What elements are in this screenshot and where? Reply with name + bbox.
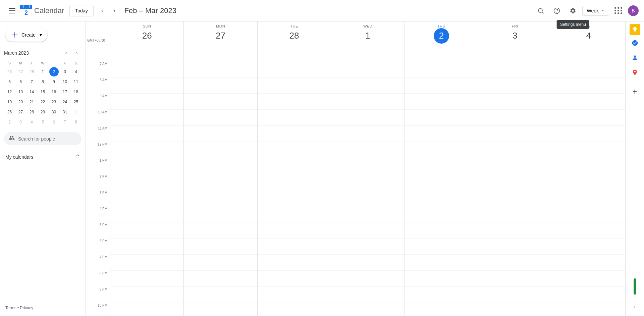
collapse-calendars-icon[interactable]: ⌃ (75, 153, 80, 161)
mini-cal-day[interactable]: 5 (5, 77, 14, 87)
time-slot: 12 PM (86, 142, 107, 158)
mini-cal-day[interactable]: 12 (5, 87, 14, 97)
mini-cal-day[interactable]: 14 (27, 87, 37, 97)
date-range-label: Feb – Mar 2023 (124, 6, 176, 15)
mini-cal-day[interactable]: 7 (60, 117, 70, 127)
mini-cal-day[interactable]: 2 (5, 117, 14, 127)
help-button[interactable] (550, 4, 564, 17)
cal-day-col[interactable] (183, 45, 257, 316)
mini-cal-day[interactable]: 3 (16, 117, 25, 127)
maps-icon-button[interactable] (628, 66, 642, 79)
nav-arrows: ‹ › (96, 5, 120, 17)
today-button[interactable]: Today (69, 5, 93, 16)
mini-cal-day[interactable]: 6 (16, 77, 25, 87)
apps-grid-icon (614, 7, 623, 14)
cal-day-col[interactable] (331, 45, 404, 316)
create-plus-icon (11, 31, 19, 39)
mini-cal-day[interactable]: 26 (5, 107, 14, 117)
mini-cal-day[interactable]: 9 (49, 77, 59, 87)
mini-cal-day[interactable]: 11 (71, 77, 81, 87)
right-sidebar-divider (631, 82, 639, 82)
time-slot: 1 PM (86, 158, 107, 174)
create-button[interactable]: Create ▾ (5, 28, 47, 42)
svg-point-17 (557, 12, 557, 12)
mini-cal-day[interactable]: 2 (49, 67, 59, 76)
cal-day-col[interactable] (478, 45, 551, 316)
mini-cal-day[interactable]: 10 (60, 77, 70, 87)
mini-cal-day[interactable]: 27 (16, 107, 25, 117)
mini-cal-day[interactable]: 17 (60, 87, 70, 97)
contacts-icon-button[interactable] (628, 51, 642, 64)
keep-icon-button[interactable] (630, 24, 640, 35)
cal-body[interactable]: 7 AM8 AM9 AM10 AM11 AM12 PM1 PM2 PM3 PM4… (86, 45, 625, 316)
cal-day-col[interactable] (552, 45, 625, 316)
mini-cal-day[interactable]: 28 (27, 107, 37, 117)
mini-cal-day[interactable]: 22 (38, 97, 48, 107)
weekday-wed: W (37, 60, 48, 66)
settings-button[interactable] (566, 4, 580, 17)
mini-cal-day[interactable]: 20 (16, 97, 25, 107)
sidebar-footer: Terms • Privacy (0, 302, 86, 313)
mini-cal-next-button[interactable]: › (72, 48, 82, 58)
mini-cal-day[interactable]: 13 (16, 87, 25, 97)
search-people-icon (9, 135, 15, 143)
mini-cal-day[interactable]: 16 (49, 87, 59, 97)
cal-day-col[interactable] (405, 45, 478, 316)
cal-day-col[interactable] (110, 45, 183, 316)
mini-cal-day[interactable]: 7 (27, 77, 37, 87)
hamburger-menu-button[interactable] (5, 4, 19, 17)
mini-cal-day[interactable]: 18 (71, 87, 81, 97)
weekday-sat: S (70, 60, 82, 66)
mini-cal-day[interactable]: 4 (27, 117, 37, 127)
user-avatar[interactable]: B (628, 5, 639, 16)
mini-cal-day[interactable]: 8 (38, 77, 48, 87)
right-sidebar: + › (625, 21, 644, 316)
mini-cal-day[interactable]: 21 (27, 97, 37, 107)
search-people-input[interactable]: Search for people (4, 132, 82, 145)
mini-cal-nav: ‹ › (61, 48, 82, 58)
my-calendars-section: My calendars ⌃ (0, 148, 86, 166)
next-week-button[interactable]: › (108, 5, 120, 17)
expand-sidebar-button[interactable]: › (628, 300, 642, 313)
mini-cal-day[interactable]: 30 (49, 107, 59, 117)
mini-cal-day[interactable]: 19 (5, 97, 14, 107)
mini-cal-day[interactable]: 15 (38, 87, 48, 97)
terms-privacy-label[interactable]: Terms • Privacy (5, 306, 33, 310)
mini-cal-day[interactable]: 27 (16, 67, 25, 76)
time-slot: 11 AM (86, 126, 107, 142)
mini-cal-days: 2627281234567891011121314151617181920212… (4, 67, 82, 127)
cal-header-sat: SAT 4 (552, 21, 625, 45)
weekday-tue: T (26, 60, 37, 66)
mini-cal-prev-button[interactable]: ‹ (61, 48, 71, 58)
mini-cal-day[interactable]: 1 (38, 67, 48, 76)
mini-cal-day[interactable]: 23 (49, 97, 59, 107)
mini-cal-day[interactable]: 26 (5, 67, 14, 76)
mini-cal-day[interactable]: 8 (71, 117, 81, 127)
mini-cal-day[interactable]: 31 (60, 107, 70, 117)
my-calendars-header[interactable]: My calendars ⌃ (0, 151, 86, 163)
mini-cal-day[interactable]: 3 (60, 67, 70, 76)
header-actions: Settings menu Week B (534, 4, 639, 17)
mini-cal-day[interactable]: 25 (71, 97, 81, 107)
mini-cal-day[interactable]: 24 (60, 97, 70, 107)
mini-cal-day[interactable]: 1 (71, 107, 81, 117)
right-add-button[interactable]: + (628, 85, 642, 98)
view-selector-button[interactable]: Week (582, 6, 609, 16)
tasks-icon-button[interactable] (628, 36, 642, 50)
prev-week-button[interactable]: ‹ (96, 5, 108, 17)
time-slot: 2 PM (86, 174, 107, 190)
mini-cal-day[interactable]: 29 (38, 107, 48, 117)
weekday-sun: S (4, 60, 15, 66)
mini-cal-day[interactable]: 28 (27, 67, 37, 76)
mini-cal-day[interactable]: 6 (49, 117, 59, 127)
search-button[interactable] (534, 4, 547, 17)
cal-day-col[interactable] (257, 45, 331, 316)
timezone-label: GMT+05:30 (86, 21, 110, 45)
logo-area: 2 Calendar (20, 5, 64, 17)
apps-button[interactable] (612, 4, 625, 17)
mini-cal-day[interactable]: 5 (38, 117, 48, 127)
mini-cal-day[interactable]: 4 (71, 67, 81, 76)
time-slot: 10 PM (86, 303, 107, 316)
cal-header-fri: FRI 3 (478, 21, 551, 45)
mini-cal-title[interactable]: March 2023 (4, 50, 29, 56)
